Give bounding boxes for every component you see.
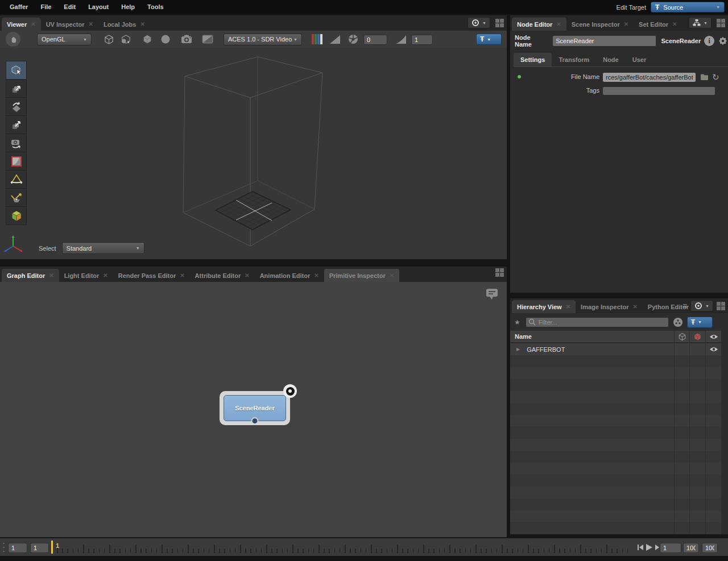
folder-icon[interactable]	[700, 73, 709, 81]
skip-to-start-icon[interactable]	[637, 544, 644, 551]
menu-tools[interactable]: Tools	[141, 0, 170, 14]
hierarchy-pin-dropdown[interactable]: Ŧ ▼	[687, 317, 713, 328]
edit-target-dropdown[interactable]: Ŧ Source ▼	[651, 2, 725, 13]
camera-drag-button[interactable]	[6, 32, 20, 47]
render-visibility-column-header[interactable]	[690, 331, 705, 343]
tags-field[interactable]	[602, 86, 715, 95]
play-icon[interactable]	[646, 543, 653, 551]
name-column-header[interactable]: Name	[515, 333, 532, 340]
playback-start-field[interactable]	[30, 543, 49, 553]
tool-scale[interactable]	[6, 115, 27, 134]
tool-light-position[interactable]	[6, 188, 27, 207]
close-icon[interactable]: ✕	[31, 21, 35, 27]
sphere-bounds-button[interactable]	[159, 33, 172, 45]
close-icon[interactable]: ✕	[245, 272, 249, 279]
node-output-port[interactable]	[251, 417, 259, 425]
aperture-button[interactable]	[346, 33, 360, 45]
tab-attribute-editor[interactable]: Attribute Editor✕	[190, 269, 255, 282]
history-target-button[interactable]: ▼	[468, 17, 490, 28]
menu-help[interactable]: Help	[115, 0, 141, 14]
menu-gaffer[interactable]: Gaffer	[3, 0, 34, 14]
file-name-field[interactable]	[602, 72, 696, 82]
frame-ruler[interactable]	[57, 541, 631, 553]
close-icon[interactable]: ✕	[624, 21, 628, 27]
subtab-settings[interactable]: Settings	[514, 53, 552, 67]
scene-reader-node[interactable]: SceneReader	[220, 391, 290, 425]
close-icon[interactable]: ✕	[390, 272, 394, 279]
tab-graph-editor[interactable]: Graph Editor✕	[2, 269, 59, 282]
tool-select[interactable]	[6, 61, 27, 80]
tab-light-editor[interactable]: Light Editor✕	[59, 269, 113, 282]
menu-layout[interactable]: Layout	[82, 0, 115, 14]
viewer-pin-dropdown[interactable]: Ŧ ▼	[476, 34, 502, 45]
exposure-field[interactable]	[363, 35, 387, 45]
tab-node-editor[interactable]: Node Editor✕	[512, 18, 566, 31]
end-frame-field[interactable]	[702, 543, 718, 553]
close-icon[interactable]: ✕	[566, 304, 570, 310]
start-frame-field[interactable]	[8, 543, 27, 553]
close-icon[interactable]: ✕	[632, 304, 637, 310]
gear-icon[interactable]	[718, 36, 728, 46]
playhead[interactable]	[51, 541, 53, 554]
tab-uv-inspector[interactable]: UV Inspector ✕	[41, 18, 98, 31]
tab-scene-inspector[interactable]: Scene Inspector✕	[566, 18, 634, 31]
expansion-column-header[interactable]	[675, 331, 690, 343]
info-icon[interactable]: i	[704, 36, 714, 46]
renderer-dropdown[interactable]: OpenGL ▼	[37, 34, 92, 45]
gamma-button[interactable]	[394, 33, 408, 45]
tab-image-inspector[interactable]: Image Inspector✕	[576, 300, 643, 313]
tab-animation-editor[interactable]: Animation Editor✕	[255, 269, 324, 282]
tab-viewer[interactable]: Viewer ✕	[2, 18, 41, 31]
tool-visualiser[interactable]	[6, 206, 27, 225]
node-name-field[interactable]	[552, 35, 656, 47]
close-icon[interactable]: ✕	[103, 272, 107, 279]
tool-translate[interactable]	[6, 79, 27, 98]
tool-crop-window[interactable]	[6, 152, 27, 171]
tool-light[interactable]	[6, 170, 27, 189]
node-expansion-indicator[interactable]	[283, 384, 297, 398]
tab-hierarchy-view[interactable]: Hierarchy View✕	[512, 300, 576, 313]
tool-camera[interactable]	[6, 134, 27, 152]
tab-render-pass-editor[interactable]: Render Pass Editor✕	[113, 269, 190, 282]
image-comparison-button[interactable]	[201, 33, 214, 45]
subtab-node[interactable]: Node	[596, 53, 626, 67]
close-icon[interactable]: ✕	[314, 272, 318, 279]
menu-file[interactable]: File	[34, 0, 57, 14]
layout-grid-icon[interactable]	[717, 302, 725, 310]
refresh-icon[interactable]: ↻	[712, 73, 719, 81]
expand-arrow-icon[interactable]: ▶	[516, 347, 520, 352]
layout-grid-icon[interactable]	[495, 268, 504, 277]
close-icon[interactable]: ✕	[180, 272, 184, 279]
lens-filter-icon[interactable]	[673, 317, 683, 327]
exposure-button[interactable]	[328, 33, 342, 45]
display-transform-dropdown[interactable]: ACES 1.0 - SDR Video ▼	[224, 34, 302, 45]
select-mode-dropdown[interactable]: Standard ▼	[62, 242, 144, 254]
current-frame-field[interactable]	[660, 543, 681, 553]
annotation-bubble-icon[interactable]	[485, 288, 499, 300]
solid-shading-button[interactable]	[140, 33, 154, 45]
tool-rotate[interactable]	[6, 97, 27, 116]
subtab-transform[interactable]: Transform	[552, 53, 596, 67]
close-icon[interactable]: ✕	[49, 272, 53, 279]
close-icon[interactable]: ✕	[140, 21, 144, 27]
layout-grid-icon[interactable]	[717, 19, 725, 27]
channels-button[interactable]	[310, 33, 324, 45]
viewer-viewport[interactable]: Select Standard ▼	[0, 48, 507, 259]
filter-input[interactable]	[526, 317, 669, 327]
gamma-field[interactable]	[411, 35, 433, 45]
tab-primitive-inspector[interactable]: Primitive Inspector✕	[324, 269, 399, 282]
star-icon[interactable]: ★	[514, 318, 520, 326]
tab-set-editor[interactable]: Set Editor✕	[634, 18, 682, 31]
expansion-button[interactable]	[119, 33, 133, 45]
subtab-user[interactable]: User	[626, 53, 653, 67]
wireframe-shading-button[interactable]	[102, 33, 115, 45]
history-target-button[interactable]: ▼	[690, 300, 713, 311]
menu-icon[interactable]: ≡	[682, 302, 687, 310]
visibility-column-header[interactable]	[706, 331, 721, 343]
timeline-grip[interactable]	[3, 543, 5, 552]
row-visibility-toggle[interactable]	[706, 343, 721, 355]
close-icon[interactable]: ✕	[672, 21, 677, 27]
playback-end-field[interactable]	[683, 543, 699, 553]
close-icon[interactable]: ✕	[556, 21, 561, 27]
menu-edit[interactable]: Edit	[57, 0, 82, 14]
